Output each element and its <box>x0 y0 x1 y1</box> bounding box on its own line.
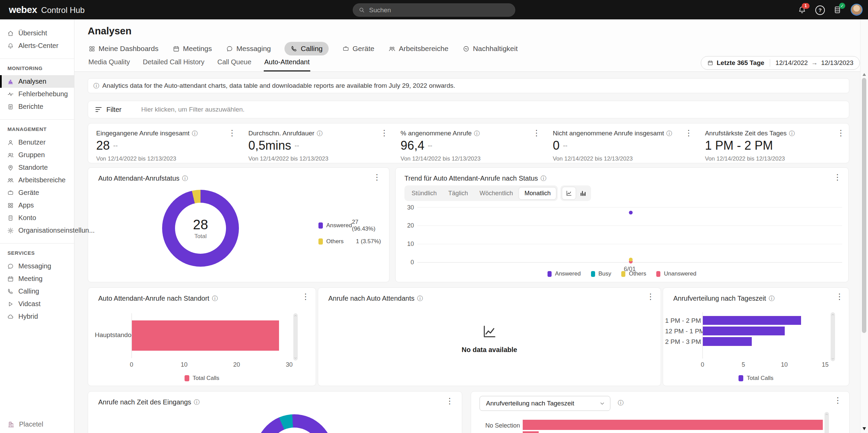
info-icon[interactable]: ⓘ <box>192 131 198 136</box>
card-menu-kebab[interactable]: ⋮ <box>228 129 236 137</box>
legend-label: Others <box>326 238 356 245</box>
info-icon[interactable]: ⓘ <box>769 296 775 301</box>
whats-new-button[interactable]: ✓ <box>833 5 842 14</box>
chart-legend[interactable]: Total Calls <box>663 375 849 382</box>
banner-text: Analytics data for the Auto-attendant ch… <box>102 82 455 89</box>
brand-name: webex <box>9 4 37 15</box>
page-scrollbar[interactable] <box>860 19 868 433</box>
global-search[interactable] <box>353 3 515 17</box>
org-name[interactable]: Placetel <box>7 420 43 428</box>
scroll-up-arrow[interactable] <box>863 73 866 76</box>
legend-item-others[interactable]: Others 1 (3.57%) <box>318 238 381 245</box>
card-menu-kebab[interactable]: ⋮ <box>373 173 381 181</box>
sidebar-item-alerts-center[interactable]: Alerts-Center <box>0 39 74 52</box>
tab-meetings[interactable]: Meetings <box>172 42 212 55</box>
legend-item-unanswered[interactable]: Unanswered <box>656 270 696 277</box>
card-menu-kebab[interactable]: ⋮ <box>532 129 540 137</box>
chart-select-dropdown[interactable]: Anrufverteilung nach Tageszeit <box>480 396 610 411</box>
legend-item-others[interactable]: Others <box>621 270 646 277</box>
sidebar-item-arbeitsbereiche[interactable]: Arbeitsbereiche <box>0 174 74 186</box>
card-menu-kebab[interactable]: ⋮ <box>646 293 655 301</box>
info-icon[interactable]: ⓘ <box>212 296 218 301</box>
legend-item-answered[interactable]: Answered <box>548 270 581 277</box>
tab-nachhaltigkeit[interactable]: Nachhaltigkeit <box>462 42 518 55</box>
kpi-trend: -- <box>428 142 432 150</box>
date-range-picker[interactable]: Letzte 365 Tage 12/14/2022 → 12/13/2023 <box>701 56 860 70</box>
scroll-down-arrow[interactable] <box>863 427 866 430</box>
avatar[interactable] <box>851 4 863 16</box>
card-menu-kebab[interactable]: ⋮ <box>380 129 388 137</box>
info-icon[interactable]: ⓘ <box>182 176 188 181</box>
info-icon[interactable]: ⓘ <box>317 131 323 136</box>
card-menu-kebab[interactable]: ⋮ <box>301 293 310 301</box>
toggle-stuendlich[interactable]: Stündlich <box>406 187 442 200</box>
info-icon[interactable]: ⓘ <box>417 296 423 301</box>
legend-swatch <box>548 271 552 277</box>
toggle-monatlich[interactable]: Monatlich <box>519 187 556 200</box>
card-menu-kebab[interactable]: ⋮ <box>834 396 842 404</box>
legend-item-busy[interactable]: Busy <box>591 270 611 277</box>
tab-meine-dashboards[interactable]: Meine Dashboards <box>88 42 159 55</box>
tab-calling[interactable]: Calling <box>284 42 329 55</box>
sidebar-item-label: Vidcast <box>18 300 40 308</box>
scrollbar-thumb[interactable] <box>862 78 866 333</box>
info-icon[interactable]: ⓘ <box>618 400 624 406</box>
subtab-auto-attendant[interactable]: Auto-Attendant <box>264 58 310 71</box>
info-icon[interactable]: ⓘ <box>194 399 200 405</box>
chart-type-line-button[interactable] <box>562 187 576 200</box>
sidebar-item-organisationseinstellungen[interactable]: Organisationseinstellun... <box>0 224 74 237</box>
sidebar-item-hybrid[interactable]: Hybrid <box>0 310 74 323</box>
donut-total-label: Total <box>194 233 207 240</box>
sidebar-item-geraete[interactable]: Geräte <box>0 186 74 199</box>
tab-arbeitsbereiche[interactable]: Arbeitsbereiche <box>388 42 449 55</box>
chart-legend[interactable]: Total Calls <box>88 375 316 382</box>
tab-geraete[interactable]: Geräte <box>342 42 375 55</box>
legend-item-answered[interactable]: Answered 27 (96.43%) <box>318 219 381 232</box>
sidebar-item-uebersicht[interactable]: Übersicht <box>0 27 74 39</box>
sidebar-item-messaging[interactable]: Messaging <box>0 260 74 272</box>
webex-logo[interactable]: webex Control Hub <box>9 4 85 15</box>
card-menu-kebab[interactable]: ⋮ <box>835 293 844 301</box>
sidebar-item-benutzer[interactable]: Benutzer <box>0 136 74 149</box>
sidebar-item-fehlerbehebung[interactable]: Fehlerbehebung <box>0 88 74 100</box>
bell-icon <box>7 43 14 49</box>
sidebar-item-gruppen[interactable]: Gruppen <box>0 149 74 161</box>
help-button[interactable]: ? <box>815 5 824 14</box>
sidebar-section-monitoring: MONITORING <box>0 65 74 71</box>
sidebar-item-calling[interactable]: Calling <box>0 285 74 298</box>
subtab-call-queue[interactable]: Call Queue <box>216 58 252 71</box>
toggle-woechentlich[interactable]: Wöchentlich <box>474 187 519 200</box>
sidebar-item-analysen[interactable]: Analysen <box>0 75 74 88</box>
card-menu-kebab[interactable]: ⋮ <box>446 397 454 405</box>
info-icon[interactable]: ⓘ <box>541 176 546 181</box>
chart-scrollbar[interactable] <box>293 313 298 361</box>
chart-scrollbar[interactable] <box>824 412 829 433</box>
workspaces-icon <box>388 45 396 52</box>
sidebar-item-konto[interactable]: Konto <box>0 212 74 224</box>
info-icon[interactable]: ⓘ <box>789 131 795 136</box>
kpi-value: 0,5mins <box>248 138 291 153</box>
info-icon[interactable]: ⓘ <box>666 131 672 136</box>
card-menu-kebab[interactable]: ⋮ <box>833 173 841 181</box>
sidebar-item-vidcast[interactable]: Vidcast <box>0 298 74 310</box>
toggle-taeglich[interactable]: Täglich <box>442 187 474 200</box>
search-input[interactable] <box>368 6 499 14</box>
info-icon[interactable]: ⓘ <box>474 131 480 136</box>
chart-scrollbar[interactable] <box>831 312 835 361</box>
tab-messaging[interactable]: Messaging <box>225 42 272 55</box>
legend-label: Total Calls <box>747 375 773 382</box>
card-menu-kebab[interactable]: ⋮ <box>837 129 845 137</box>
sidebar-item-meeting[interactable]: Meeting <box>0 272 74 285</box>
calendar-icon <box>707 60 713 66</box>
subtab-media-quality[interactable]: Media Quality <box>88 58 131 71</box>
kpi-answered-percent: % angenommene Anrufeⓘ 96,4-- Von 12/14/2… <box>393 123 545 163</box>
sidebar-item-berichte[interactable]: Berichte <box>0 100 74 113</box>
card-menu-kebab[interactable]: ⋮ <box>684 129 693 137</box>
subtab-detailed-call-history[interactable]: Detailed Call History <box>142 58 205 71</box>
sidebar: Übersicht Alerts-Center MONITORING Analy… <box>0 19 74 433</box>
filter-bar[interactable]: Filter Hier klicken, um Filter auszuwähl… <box>88 101 849 118</box>
notifications-button[interactable]: 1 <box>798 5 806 14</box>
sidebar-item-standorte[interactable]: Standorte <box>0 161 74 174</box>
sidebar-item-apps[interactable]: Apps <box>0 199 74 212</box>
chart-type-bar-button[interactable] <box>576 187 590 199</box>
